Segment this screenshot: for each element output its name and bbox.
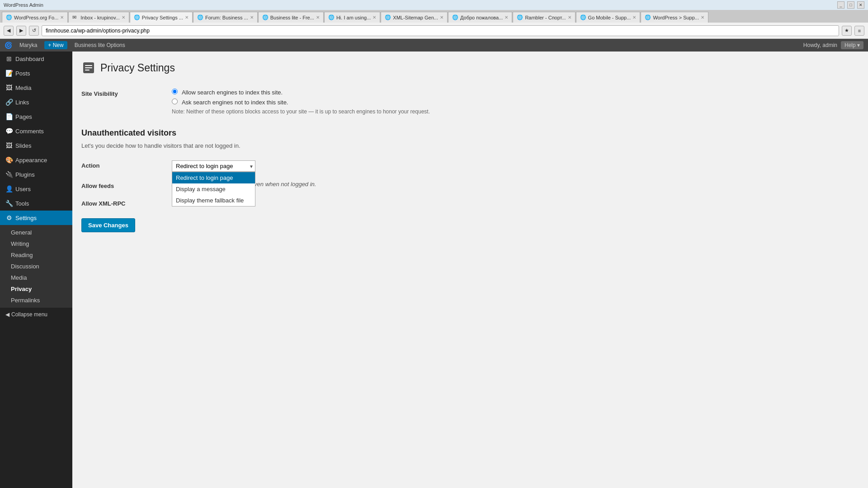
tab-icon-2: 🌐 bbox=[134, 14, 140, 21]
sidebar-item-settings[interactable]: ⚙ Settings bbox=[0, 211, 72, 225]
sidebar-sub-privacy[interactable]: Privacy bbox=[0, 283, 72, 295]
allow-xmlrpc-label: Allow XML-RPC bbox=[81, 194, 172, 211]
save-changes-button[interactable]: Save Changes bbox=[81, 218, 135, 232]
svg-rect-2 bbox=[85, 67, 92, 68]
tab-close-8[interactable]: ✕ bbox=[568, 15, 571, 20]
url-bar[interactable] bbox=[42, 25, 839, 36]
tab-close-6[interactable]: ✕ bbox=[440, 15, 443, 20]
wp-logo-icon: 🌀 bbox=[5, 42, 12, 49]
sidebar-item-pages[interactable]: 📄 Pages bbox=[0, 109, 72, 124]
sidebar-item-users[interactable]: 👤 Users bbox=[0, 182, 72, 196]
browser-tab-10[interactable]: 🌐 WordPress > Supp... ✕ bbox=[641, 12, 708, 23]
sidebar-item-dashboard[interactable]: ⊞ Dashboard bbox=[0, 52, 72, 66]
tab-close-3[interactable]: ✕ bbox=[250, 15, 254, 20]
tab-close-4[interactable]: ✕ bbox=[316, 15, 320, 20]
radio-allow-indexing-input[interactable] bbox=[172, 89, 178, 94]
close-button[interactable]: ✕ bbox=[857, 1, 864, 9]
links-icon: 🔗 bbox=[5, 99, 13, 106]
sidebar-item-plugins[interactable]: 🔌 Plugins bbox=[0, 167, 72, 182]
sidebar-item-slides[interactable]: 🖼 Slides bbox=[0, 138, 72, 153]
sidebar-sub-permalinks[interactable]: Permalinks bbox=[0, 295, 72, 306]
title-bar-text: WordPress Admin bbox=[4, 2, 835, 8]
tab-icon-5: 🌐 bbox=[328, 14, 335, 21]
page-header-icon bbox=[81, 61, 96, 75]
tab-close-7[interactable]: ✕ bbox=[505, 15, 508, 20]
browser-tab-2[interactable]: 🌐 Privacy Settings ... ✕ bbox=[130, 12, 193, 23]
browser-tab-8[interactable]: 🌐 Rambler - Спорт... ✕ bbox=[513, 12, 575, 23]
sidebar-item-comments[interactable]: 💬 Comments bbox=[0, 124, 72, 138]
sidebar-item-links[interactable]: 🔗 Links bbox=[0, 95, 72, 109]
tab-icon-1: ✉ bbox=[72, 14, 79, 21]
minimize-button[interactable]: _ bbox=[837, 1, 844, 9]
main-content: Privacy Settings Site Visibility Allow s… bbox=[72, 52, 868, 488]
dropdown-item-fallback[interactable]: Display theme fallback file bbox=[172, 195, 255, 206]
tab-icon-4: 🌐 bbox=[262, 14, 269, 21]
settings-button[interactable]: ≡ bbox=[854, 26, 864, 36]
dropdown-item-message[interactable]: Display a message bbox=[172, 183, 255, 195]
browser-tab-4[interactable]: 🌐 Business lite - Fre... ✕ bbox=[258, 12, 324, 23]
radio-allow-indexing[interactable]: Allow search engines to index this site. bbox=[172, 89, 859, 96]
action-label: Action bbox=[81, 156, 172, 176]
dropdown-item-redirect[interactable]: Redirect to login page bbox=[172, 172, 255, 183]
sidebar-sub-general[interactable]: General bbox=[0, 227, 72, 238]
sidebar-sub-discussion[interactable]: Discussion bbox=[0, 261, 72, 272]
page-header: Privacy Settings bbox=[81, 61, 859, 75]
xmlrpc-checkbox-label[interactable]: Enable XML-RPC calls. bbox=[172, 198, 859, 205]
back-button[interactable]: ◀ bbox=[4, 26, 14, 36]
new-content-button[interactable]: + New bbox=[44, 41, 67, 49]
sidebar-item-tools[interactable]: 🔧 Tools bbox=[0, 196, 72, 211]
tab-icon-8: 🌐 bbox=[517, 14, 523, 21]
tools-icon: 🔧 bbox=[5, 200, 13, 207]
business-options-bar-item[interactable]: Business lite Options bbox=[75, 42, 125, 48]
refresh-button[interactable]: ↺ bbox=[29, 26, 39, 36]
sidebar-item-posts[interactable]: 📝 Posts bbox=[0, 66, 72, 80]
browser-tab-7[interactable]: 🌐 Добро пожалова... ✕ bbox=[448, 12, 512, 23]
browser-tab-0[interactable]: 🌐 WordPress.org Fo... ✕ bbox=[2, 12, 68, 23]
sidebar-sub-writing[interactable]: Writing bbox=[0, 238, 72, 249]
action-dropdown-menu: Redirect to login page Display a message… bbox=[172, 172, 255, 206]
media-icon: 🖼 bbox=[5, 84, 13, 91]
help-button[interactable]: Help ▾ bbox=[841, 41, 863, 49]
site-visibility-options: Allow search engines to index this site.… bbox=[172, 84, 859, 119]
tab-close-9[interactable]: ✕ bbox=[632, 15, 636, 20]
action-select[interactable]: Redirect to login page Display a message… bbox=[172, 160, 255, 172]
sidebar-sub-media[interactable]: Media bbox=[0, 272, 72, 283]
browser-tab-1[interactable]: ✉ Inbox - krupinov... ✕ bbox=[68, 12, 129, 23]
tab-icon-10: 🌐 bbox=[645, 14, 651, 21]
browser-tab-9[interactable]: 🌐 Go Mobile - Supp... ✕ bbox=[576, 12, 641, 23]
tab-icon-3: 🌐 bbox=[197, 14, 203, 21]
tab-close-2[interactable]: ✕ bbox=[185, 15, 189, 20]
tab-close-0[interactable]: ✕ bbox=[60, 15, 64, 20]
unauthenticated-section-title: Unauthenticated visitors bbox=[81, 128, 859, 138]
browser-tab-5[interactable]: 🌐 Hi. I am using... ✕ bbox=[324, 12, 380, 23]
svg-rect-3 bbox=[85, 70, 90, 70]
action-cell: Redirect to login page Display a message… bbox=[172, 156, 859, 176]
settings-icon: ⚙ bbox=[5, 214, 13, 221]
title-bar: WordPress Admin _ □ ✕ bbox=[0, 0, 868, 10]
allow-feeds-label: Allow feeds bbox=[81, 176, 172, 194]
indexing-note: Note: Neither of these options blocks ac… bbox=[172, 108, 859, 115]
sidebar: ⊞ Dashboard 📝 Posts 🖼 Media 🔗 Links 📄 Pa… bbox=[0, 52, 72, 488]
radio-ask-no-indexing[interactable]: Ask search engines not to index this sit… bbox=[172, 99, 859, 106]
star-button[interactable]: ★ bbox=[842, 26, 852, 36]
sidebar-item-media[interactable]: 🖼 Media bbox=[0, 80, 72, 95]
tab-close-5[interactable]: ✕ bbox=[373, 15, 376, 20]
tab-close-10[interactable]: ✕ bbox=[701, 15, 704, 20]
action-select-wrapper: Redirect to login page Display a message… bbox=[172, 160, 255, 172]
svg-rect-1 bbox=[85, 65, 92, 66]
radio-ask-no-indexing-input[interactable] bbox=[172, 99, 178, 104]
browser-tab-6[interactable]: 🌐 XML-Sitemap Gen... ✕ bbox=[381, 12, 448, 23]
browser-tab-3[interactable]: 🌐 Forum: Business ... ✕ bbox=[193, 12, 258, 23]
tab-close-1[interactable]: ✕ bbox=[122, 15, 125, 20]
maximize-button[interactable]: □ bbox=[847, 1, 854, 9]
sidebar-item-appearance[interactable]: 🎨 Appearance bbox=[0, 153, 72, 167]
page-title: Privacy Settings bbox=[100, 62, 175, 74]
posts-icon: 📝 bbox=[5, 70, 13, 77]
wp-admin-bar: 🌀 Maryka + New Business lite Options How… bbox=[0, 39, 868, 52]
collapse-menu-button[interactable]: ◀ Collapse menu bbox=[0, 308, 72, 321]
sidebar-sub-reading[interactable]: Reading bbox=[0, 249, 72, 261]
forward-button[interactable]: ▶ bbox=[16, 26, 26, 36]
site-visibility-label: Site Visibility bbox=[81, 84, 172, 119]
wp-layout: ⊞ Dashboard 📝 Posts 🖼 Media 🔗 Links 📄 Pa… bbox=[0, 52, 868, 488]
site-name-bar-item[interactable]: Maryka bbox=[19, 42, 37, 48]
